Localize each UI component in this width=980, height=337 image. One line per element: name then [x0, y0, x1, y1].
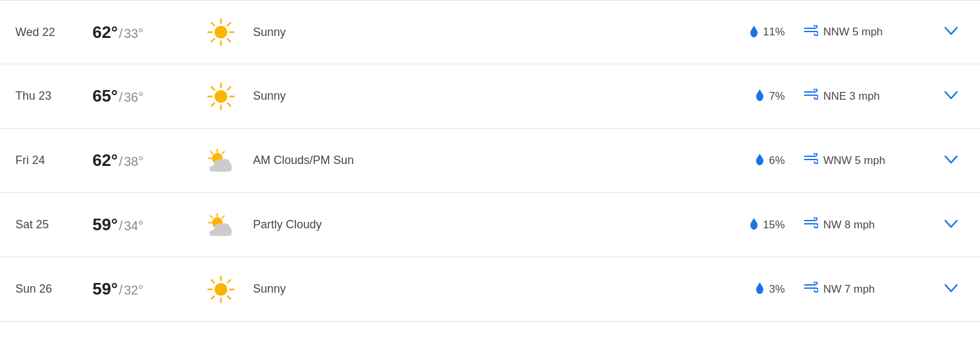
temperature: 62° / 33° — [92, 23, 195, 42]
temp-separator: / — [119, 154, 123, 169]
svg-point-46 — [214, 283, 227, 296]
condition-label: Sunny — [247, 89, 708, 103]
svg-line-6 — [227, 39, 230, 41]
precip-value: 15% — [763, 219, 785, 232]
wind-info: NNE 3 mph — [785, 89, 926, 104]
temp-high: 62° — [92, 150, 118, 170]
wind-info: NW 8 mph — [785, 217, 926, 232]
temp-separator: / — [119, 219, 123, 233]
svg-line-54 — [211, 296, 214, 298]
wind-icon — [804, 282, 818, 296]
chevron-down-icon — [944, 284, 958, 295]
svg-rect-31 — [209, 166, 231, 171]
condition-label: Sunny — [247, 26, 708, 39]
svg-line-16 — [211, 87, 214, 89]
temp-high: 59° — [92, 279, 118, 299]
temp-low: 36° — [124, 90, 143, 105]
condition-label: Partly Cloudy — [247, 218, 708, 232]
svg-line-19 — [211, 103, 214, 105]
day-label: Wed 22 — [15, 26, 92, 39]
weather-icon — [195, 81, 247, 112]
weather-icon — [195, 17, 247, 48]
svg-point-30 — [220, 159, 230, 166]
weather-list: Wed 22 62° / 33° Sunny 11% — [0, 0, 980, 322]
weather-icon — [195, 145, 247, 176]
temp-low: 32° — [124, 283, 143, 298]
day-label: Sun 26 — [15, 282, 92, 296]
svg-line-38 — [222, 215, 225, 218]
precipitation: 15% — [708, 217, 785, 233]
temp-low: 38° — [124, 154, 143, 169]
wind-info: WNW 5 mph — [785, 153, 926, 168]
rain-drop-icon — [755, 88, 765, 104]
precip-value: 3% — [769, 283, 785, 296]
chevron-down-icon — [944, 219, 958, 231]
rain-drop-icon — [755, 152, 765, 168]
svg-line-26 — [222, 151, 225, 154]
svg-rect-43 — [209, 230, 231, 235]
temperature: 59° / 34° — [92, 215, 195, 235]
svg-line-51 — [211, 280, 214, 282]
chevron-down-icon — [944, 155, 958, 167]
wind-info: NW 7 mph — [785, 282, 926, 296]
day-label: Fri 24 — [15, 154, 92, 167]
condition-label: AM Clouds/PM Sun — [247, 154, 708, 167]
precipitation: 6% — [708, 152, 785, 168]
precip-value: 11% — [763, 26, 785, 39]
temperature: 59° / 32° — [92, 279, 195, 299]
condition-label: Sunny — [247, 282, 708, 296]
svg-point-0 — [214, 26, 227, 39]
precip-value: 6% — [769, 154, 785, 167]
temp-high: 65° — [92, 86, 118, 106]
wind-icon — [804, 89, 818, 104]
rain-drop-icon — [755, 281, 765, 297]
svg-line-5 — [211, 23, 214, 25]
temp-high: 62° — [92, 23, 118, 42]
wind-value: NW 8 mph — [823, 219, 875, 232]
svg-line-53 — [227, 280, 230, 282]
temp-separator: / — [119, 90, 123, 105]
wind-icon — [804, 217, 818, 232]
temp-separator: / — [119, 283, 123, 298]
precipitation: 3% — [708, 281, 785, 297]
svg-line-18 — [227, 87, 230, 89]
rain-drop-icon — [749, 24, 759, 41]
svg-line-25 — [211, 151, 213, 154]
precipitation: 11% — [708, 24, 785, 41]
expand-button[interactable] — [926, 91, 965, 102]
svg-line-52 — [227, 296, 230, 298]
expand-button[interactable] — [926, 155, 965, 167]
weather-row[interactable]: Fri 24 62° / 38° AM Clouds/PM Sun 6% — [0, 129, 980, 193]
temperature: 62° / 38° — [92, 150, 195, 170]
weather-row[interactable]: Thu 23 65° / 36° Sunny 7% — [0, 64, 980, 129]
expand-button[interactable] — [926, 284, 965, 295]
expand-button[interactable] — [926, 26, 965, 38]
expand-button[interactable] — [926, 219, 965, 231]
svg-line-7 — [227, 23, 230, 25]
rain-drop-icon — [749, 217, 759, 233]
temp-separator: / — [119, 26, 123, 41]
day-label: Sat 25 — [15, 218, 92, 232]
wind-value: NW 7 mph — [823, 283, 875, 296]
temp-low: 34° — [124, 219, 143, 233]
temp-high: 59° — [92, 215, 118, 235]
chevron-down-icon — [944, 26, 958, 38]
day-label: Thu 23 — [15, 89, 92, 103]
svg-point-11 — [214, 90, 227, 103]
wind-value: NNE 3 mph — [823, 90, 880, 103]
precip-value: 7% — [769, 90, 785, 103]
wind-info: NNW 5 mph — [785, 25, 926, 40]
wind-icon — [804, 153, 818, 168]
chevron-down-icon — [944, 91, 958, 102]
svg-line-37 — [211, 215, 213, 218]
svg-point-42 — [220, 223, 230, 230]
wind-value: NNW 5 mph — [823, 26, 883, 39]
wind-icon — [804, 25, 818, 40]
weather-icon — [195, 274, 247, 305]
precipitation: 7% — [708, 88, 785, 104]
weather-row[interactable]: Wed 22 62° / 33° Sunny 11% — [0, 0, 980, 64]
wind-value: WNW 5 mph — [823, 154, 885, 167]
temperature: 65° / 36° — [92, 86, 195, 106]
weather-row[interactable]: Sun 26 59° / 32° Sunny 3% — [0, 257, 980, 322]
weather-row[interactable]: Sat 25 59° / 34° Partly Cloudy 15% — [0, 193, 980, 257]
